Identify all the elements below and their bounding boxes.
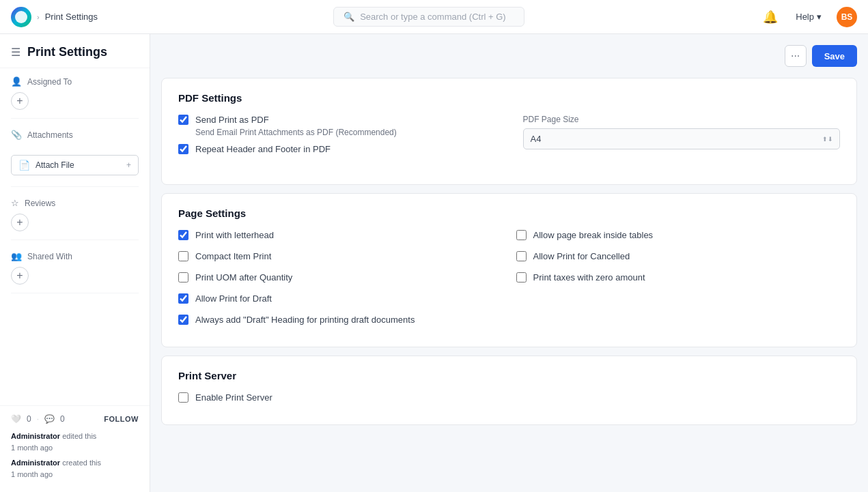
print-server-card: Print Server Enable Print Server [161, 356, 857, 425]
print-cancelled-checkbox[interactable] [516, 251, 527, 261]
print-uom-label: Print UOM after Quantity [195, 272, 292, 283]
page-size-select[interactable]: A4 A3 Letter Legal [523, 128, 841, 149]
activity-time-1: 1 month ago [11, 444, 53, 452]
help-button[interactable]: Help ▾ [789, 8, 828, 26]
likes-count: 0 [27, 414, 31, 424]
content-area: ··· Save PDF Settings Send Print as PDF … [150, 34, 868, 492]
breadcrumb-title: Print Settings [45, 12, 98, 22]
print-zero-tax-checkbox[interactable] [516, 272, 527, 283]
print-letterhead-checkbox[interactable] [178, 230, 188, 240]
attach-plus-icon: + [126, 160, 131, 170]
comment-icon[interactable]: 💬 [44, 414, 55, 424]
print-uom-checkbox[interactable] [178, 272, 188, 283]
comments-count: 0 [60, 414, 65, 424]
sidebar-footer: 🤍 0 · 💬 0 FOLLOW Administrator edited th… [0, 405, 150, 492]
pdf-settings-row: Send Print as PDF Send Email Print Attac… [178, 115, 840, 162]
add-shared-button[interactable]: + [11, 267, 29, 285]
add-review-button[interactable]: + [11, 214, 29, 231]
divider-4 [11, 293, 139, 293]
group-icon: 👥 [11, 251, 22, 261]
enable-print-server-checkbox[interactable] [178, 392, 188, 403]
print-letterhead-label: Print with letterhead [195, 230, 274, 240]
content-actions: ··· Save [785, 45, 857, 67]
reviews-section: ☆ Reviews + [0, 190, 150, 237]
search-placeholder: Search or type a command (Ctrl + G) [360, 12, 506, 22]
repeat-header-label: Repeat Header and Footer in PDF [195, 144, 331, 154]
activity-item-1: Administrator edited this 1 month ago [11, 431, 139, 453]
add-assignee-button[interactable]: + [11, 92, 29, 110]
page-break-label: Allow page break inside tables [533, 230, 654, 240]
attach-file-section: 📄 Attach File + [0, 151, 150, 184]
app-logo[interactable] [11, 7, 31, 27]
more-options-button[interactable]: ··· [785, 45, 807, 67]
sidebar: ☰ Print Settings 👤 Assigned To + 📎 Attac… [0, 34, 150, 492]
allow-draft-label: Allow Print for Draft [195, 293, 272, 304]
activity-action-1: edited this [62, 432, 96, 440]
search-bar[interactable]: 🔍 Search or type a command (Ctrl + G) [333, 7, 524, 27]
send-as-pdf-checkbox[interactable] [178, 115, 188, 125]
activity-time-2: 1 month ago [11, 470, 53, 478]
allow-draft-checkbox[interactable] [178, 293, 188, 304]
send-as-pdf-label: Send Print as PDF [195, 115, 269, 125]
breadcrumb-chevron: › [37, 13, 40, 21]
repeat-header-checkbox[interactable] [178, 144, 188, 154]
pdf-right-col: PDF Page Size A4 A3 Letter Legal [523, 115, 841, 149]
enable-print-server-row: Enable Print Server [178, 392, 840, 403]
print-server-title: Print Server [178, 370, 840, 381]
page-break-row: Allow page break inside tables [516, 230, 841, 240]
attachments-label: 📎 Attachments [11, 130, 139, 140]
print-zero-tax-label: Print taxes with zero amount [533, 272, 645, 283]
avatar[interactable]: BS [837, 7, 857, 27]
print-cancelled-label: Allow Print for Cancelled [533, 251, 630, 261]
draft-heading-label: Always add "Draft" Heading for printing … [195, 315, 415, 325]
print-uom-row: Print UOM after Quantity [178, 272, 503, 283]
reviews-label: ☆ Reviews [11, 198, 139, 208]
notification-button[interactable]: 🔔 [760, 7, 781, 27]
compact-print-label: Compact Item Print [195, 251, 271, 261]
compact-print-checkbox[interactable] [178, 251, 188, 261]
divider-2 [11, 186, 139, 187]
send-as-pdf-row: Send Print as PDF [178, 115, 496, 125]
main-layout: ☰ Print Settings 👤 Assigned To + 📎 Attac… [0, 34, 868, 492]
page-settings-card: Page Settings Print with letterhead Allo… [161, 193, 857, 347]
shared-with-section: 👥 Shared With + [0, 243, 150, 290]
topbar: › Print Settings 🔍 Search or type a comm… [0, 0, 868, 34]
assigned-to-section: 👤 Assigned To + [0, 68, 150, 115]
activity-user-2: Administrator [11, 459, 60, 467]
paperclip-icon: 📎 [11, 130, 22, 140]
print-cancelled-row: Allow Print for Cancelled [516, 251, 841, 261]
compact-print-row: Compact Item Print [178, 251, 503, 261]
page-settings-title: Page Settings [178, 207, 840, 219]
enable-print-server-label: Enable Print Server [195, 392, 272, 403]
chevron-down-icon: ▾ [817, 12, 822, 22]
like-icon[interactable]: 🤍 [11, 414, 21, 424]
activity-item-2: Administrator created this 1 month ago [11, 457, 139, 480]
divider-3 [11, 240, 139, 240]
save-button[interactable]: Save [812, 45, 857, 67]
topbar-left: › Print Settings [11, 7, 98, 27]
print-zero-tax-row: Print taxes with zero amount [516, 272, 841, 283]
draft-heading-checkbox[interactable] [178, 315, 188, 325]
menu-icon[interactable]: ☰ [11, 46, 20, 59]
shared-with-label: 👥 Shared With [11, 251, 139, 261]
pdf-left-col: Send Print as PDF Send Email Print Attac… [178, 115, 496, 162]
search-area: 🔍 Search or type a command (Ctrl + G) [333, 7, 524, 27]
separator: · [37, 414, 39, 424]
print-letterhead-row: Print with letterhead [178, 230, 503, 240]
repeat-header-row: Repeat Header and Footer in PDF [178, 144, 496, 154]
page-size-wrapper: A4 A3 Letter Legal [523, 128, 841, 149]
follow-button[interactable]: FOLLOW [104, 415, 139, 423]
attach-file-button[interactable]: 📄 Attach File + [11, 155, 139, 175]
allow-draft-row: Allow Print for Draft [178, 293, 503, 304]
topbar-right: 🔔 Help ▾ BS [760, 7, 857, 27]
content-header: ··· Save [161, 45, 857, 67]
pdf-settings-title: PDF Settings [178, 92, 840, 104]
page-size-label: PDF Page Size [523, 115, 841, 124]
send-email-sub-label: Send Email Print Attachments as PDF (Rec… [195, 128, 496, 137]
page-break-checkbox[interactable] [516, 230, 527, 240]
activity-user-1: Administrator [11, 432, 60, 440]
assigned-to-label: 👤 Assigned To [11, 76, 139, 87]
pdf-settings-card: PDF Settings Send Print as PDF Send Emai… [161, 78, 857, 185]
draft-heading-row: Always add "Draft" Heading for printing … [178, 315, 840, 325]
footer-actions: 🤍 0 · 💬 0 FOLLOW [11, 414, 139, 424]
